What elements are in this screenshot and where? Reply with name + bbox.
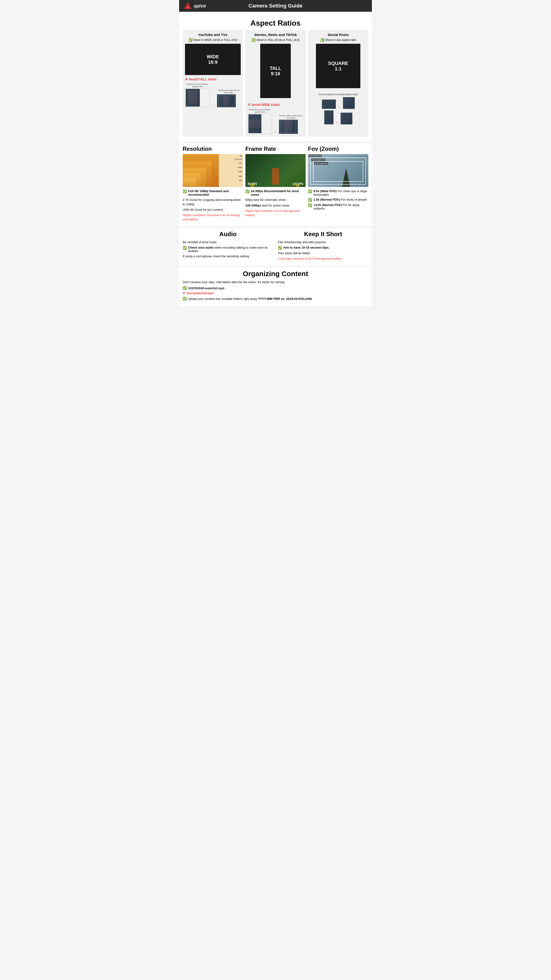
fps-visual: 60 FPS 120 FPS xyxy=(245,154,306,187)
fps-item-2: 60fps best for cinematic shots xyxy=(245,198,306,202)
check-icon: ✅ xyxy=(308,198,312,202)
org-good-file: ✅ GOPR2049-waterfall.mp4 xyxy=(183,286,368,290)
audio-item-2: ✅ Check your audio when recording talkin… xyxy=(183,246,273,253)
comp-right-label: Fit the entire tall shot in the video xyxy=(217,89,241,94)
stories-rec: ✅ Shoot in TALL (9:16) or FULL (4:3) xyxy=(248,38,303,42)
stories-title: Stories, Reels and TikTok xyxy=(248,33,303,37)
social-title: Social Posts xyxy=(310,33,366,37)
avoid-tall-label: ✗ Avoid TALL shots xyxy=(185,77,241,81)
fps-120-label: 120 FPS xyxy=(292,182,303,186)
fov-visual: 1.0x Zoom 4:3 2.0x Zoom 4:3 0.5x Zoom 4:… xyxy=(308,154,368,187)
audio-title: Audio xyxy=(183,231,273,238)
fps-bold-1: 24-30fps Recommended for most cases xyxy=(251,189,299,196)
fps-warn: Higher fps consume a lot of storage and … xyxy=(245,209,306,217)
frame-rate-title: Frame Rate xyxy=(245,146,306,152)
bad-filename: best-waterfall.mp4 xyxy=(187,291,213,295)
resolution-title: Resolution xyxy=(183,146,243,152)
spivo-logo-icon: s xyxy=(184,2,192,10)
audio-col: Audio Be mindfull of wind noise. ✅ Check… xyxy=(183,231,273,261)
logo: s spivo xyxy=(184,2,206,10)
x-icon: ✗ xyxy=(185,77,188,81)
check-icon: ✅ xyxy=(183,297,187,301)
social-rec: ✅ Shoot in any aspect ratio xyxy=(310,38,366,42)
aspect-grid: YouTube and TVs ✅ Shoot in WIDE (16:9) o… xyxy=(183,30,368,137)
res-warn: Higher resolution consume a lot of stora… xyxy=(183,213,243,221)
audio-item-1: Be mindfull of wind noise. xyxy=(183,240,273,244)
aspect-col-youtube: YouTube and TVs ✅ Shoot in WIDE (16:9) o… xyxy=(183,30,243,137)
aspect-col-stories: Stories, Reels and TikTok ✅ Shoot in TAL… xyxy=(245,30,306,137)
dual-grid: Audio Be mindfull of wind noise. ✅ Check… xyxy=(183,231,368,261)
org-title: Organizing Content xyxy=(183,270,368,278)
comp-right: Fit the entire wide shot in the video xyxy=(279,115,303,134)
comp-row: Maximum zoom before quality loss ↔ Fit t… xyxy=(248,108,303,134)
res-item-1: ✅ Full HD 1080p Standard and recommended xyxy=(183,189,243,196)
organizing-section: Organizing Content Don't rename your cli… xyxy=(179,267,372,306)
check-icon: ✅ xyxy=(320,38,324,42)
check-icon: ✅ xyxy=(278,246,282,250)
short-item-1: Film intentionnaly and with purpose. xyxy=(278,240,368,244)
tech-grid: Resolution 4K 2.7K 4:3 2.7K 1440 1080 96… xyxy=(183,146,368,221)
arrow-icon: ↔ xyxy=(338,105,341,109)
wide-box: WIDE 16:9 xyxy=(185,44,241,75)
arrow-icon: ↔ xyxy=(212,103,215,107)
check-icon: ✅ xyxy=(308,204,312,207)
avoid-wide-label: ✗ Avoid WIDE shots xyxy=(248,103,303,107)
fov-item-1: ✅ 0.5x (Wide FOV) For close ups or large… xyxy=(308,189,368,196)
square-box: SQUARE 1:1 xyxy=(316,44,360,88)
x-icon: ✗ xyxy=(248,103,251,107)
comp-right: Fit the entire tall shot in the video xyxy=(217,89,241,107)
comp-left-label: Maximum zoom before quality loss xyxy=(185,83,210,88)
keep-short-title: Keep It Short xyxy=(278,231,368,238)
res-item-2: 2.7K Good for cropping and zooming down … xyxy=(183,198,243,206)
fps-item-3: 120-240fps best for action shots. xyxy=(245,204,306,208)
aspect-ratios-section: Aspect Ratios YouTube and TVs ✅ Shoot in… xyxy=(179,12,372,142)
check-icon: ✅ xyxy=(308,189,312,193)
svg-text:s: s xyxy=(187,6,189,8)
header-title: Camera Setting Guide xyxy=(248,3,303,9)
check-icon: ✅ xyxy=(183,246,187,250)
fov-item-3: ✅ +2.0x (Narrow FOV) For far away subjec… xyxy=(308,203,368,210)
arrow-icon: ↔ xyxy=(274,130,277,134)
fov-item-2: ✅ 1.0x (Normal FOV) For shots of people xyxy=(308,198,368,202)
org-bad-file: ✗ best-waterfall.mp4 xyxy=(183,291,368,295)
x-icon: ✗ xyxy=(183,291,185,295)
check-icon: ✅ xyxy=(245,189,249,193)
check-icon: ✅ xyxy=(183,189,187,193)
audio-item-3: If using a microphone check the sensitiv… xyxy=(183,254,273,258)
folder-note: ✅ Upload your content into sortable fold… xyxy=(183,296,368,301)
comp-left-label: Maximum zoom before quality loss xyxy=(248,108,272,113)
comp-right-label: Fit the entire wide shot in the video xyxy=(279,115,303,119)
comp-row-1: ↔ xyxy=(310,97,366,109)
good-filename: GOPR2049-waterfall.mp4 xyxy=(188,286,224,290)
short-warn: Long clips consume a lot of storage and … xyxy=(278,256,368,261)
tall-box: TALL 9:16 xyxy=(260,44,291,98)
aspect-ratios-title: Aspect Ratios xyxy=(183,14,368,30)
comp-row: Maximum zoom before quality loss ↔ Fit t… xyxy=(185,83,241,107)
tech-settings-section: Resolution 4K 2.7K 4:3 2.7K 1440 1080 96… xyxy=(179,143,372,226)
comp-left: Maximum zoom before quality loss xyxy=(185,83,210,107)
folder-example: YYYY-MM-TRIP ex: 2018-04-ICELAND xyxy=(258,297,312,301)
org-intro: Don't rename your clips. Add labels afte… xyxy=(183,280,368,284)
check-icon: ✅ xyxy=(183,286,187,290)
fov-col: Fov (Zoom) 1.0x Zoom 4:3 2.0x Zoom 4:3 0… xyxy=(308,146,368,221)
youtube-title: YouTube and TVs xyxy=(185,33,241,37)
comp-row-2: ↔ xyxy=(310,110,366,124)
logo-text: spivo xyxy=(194,3,206,9)
keep-short-col: Keep It Short Film intentionnaly and wit… xyxy=(278,231,368,261)
zoom-note: Zoom required to avoid black bars xyxy=(310,93,366,96)
check-icon: ✅ xyxy=(188,38,192,42)
youtube-rec: ✅ Shoot in WIDE (16:9) or FULL (4:3) xyxy=(185,38,241,42)
fps-60-label: 60 FPS xyxy=(248,182,257,186)
fov-title: Fov (Zoom) xyxy=(308,146,368,152)
arrow-icon: ↔ xyxy=(335,121,339,124)
res-item-3: UHD 4K Good for pro content xyxy=(183,208,243,212)
short-item-3: Your shots will be better. xyxy=(278,251,368,255)
res-bold-1: Full HD 1080p Standard and recommended xyxy=(188,189,229,196)
aspect-col-social: Social Posts ✅ Shoot in any aspect ratio… xyxy=(308,30,368,137)
resolution-visual: 4K 2.7K 4:3 2.7K 1440 1080 960 720 xyxy=(183,154,243,187)
audio-short-section: Audio Be mindfull of wind noise. ✅ Check… xyxy=(179,228,372,266)
wide-comparison: Maximum zoom before quality loss ↔ Fit t… xyxy=(248,108,303,134)
check-icon: ✅ xyxy=(251,38,255,42)
resolution-col: Resolution 4K 2.7K 4:3 2.7K 1440 1080 96… xyxy=(183,146,243,221)
short-item-2: ✅ Aim to have 10-15 second clips. xyxy=(278,246,368,250)
